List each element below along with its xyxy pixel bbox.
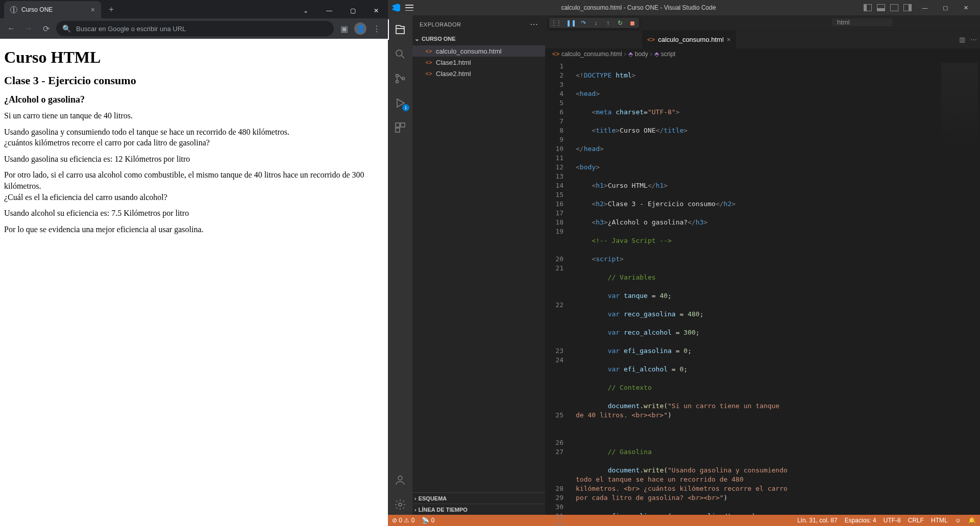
folder-header[interactable]: ⌄ CURSO ONE: [412, 33, 545, 44]
back-button[interactable]: ←: [4, 21, 18, 36]
profile-avatar[interactable]: 👤: [354, 22, 366, 35]
html-file-icon: <>: [647, 36, 655, 43]
toggle-secondary-icon[interactable]: [890, 4, 898, 11]
step-over-icon[interactable]: ↷: [580, 19, 587, 27]
file-item[interactable]: <>calculo_consumo.html: [412, 45, 545, 57]
new-tab-button[interactable]: ＋: [104, 4, 118, 15]
chevron-down-icon: ⌄: [414, 35, 420, 42]
vscode-titlebar: calculo_consumo.html - Curso ONE - Visua…: [388, 0, 980, 15]
search-icon: 🔍: [62, 24, 71, 33]
code-content[interactable]: <!DOCTYPE html> <head> <meta charset="UT…: [571, 60, 939, 515]
tab-title: Curso ONE: [21, 6, 87, 13]
page-p6: Por lo que se evidencia una mejor eficie…: [4, 224, 384, 235]
status-cursor[interactable]: Lín. 31, col. 87: [797, 517, 838, 524]
status-ports[interactable]: 📡 0: [422, 517, 434, 524]
code-editor[interactable]: 1234567891011121314151617181920212223242…: [545, 60, 980, 515]
status-errors[interactable]: ⊘ 0 ⚠ 0: [392, 517, 414, 524]
svg-point-7: [398, 476, 402, 480]
debug-controls: ⋮⋮ ❚❚ ↷ ↓ ↑ ↻ ◼: [549, 18, 639, 28]
step-out-icon[interactable]: ↑: [604, 19, 611, 27]
maximize-icon[interactable]: ▢: [341, 3, 364, 18]
pause-icon[interactable]: ❚❚: [568, 19, 575, 27]
customize-layout-icon[interactable]: [903, 4, 912, 11]
timeline-section[interactable]: ›LÍNEA DE TIEMPO: [412, 504, 545, 515]
editor-area: ⋮⋮ ❚❚ ↷ ↓ ↑ ↻ ◼ html <> calculo_consumo.…: [545, 15, 980, 515]
maximize-icon[interactable]: ▢: [935, 0, 955, 15]
debug-toolbar: ⋮⋮ ❚❚ ↷ ↓ ↑ ↻ ◼ html: [545, 15, 980, 31]
menu-icon[interactable]: ⋮: [370, 21, 384, 36]
minimap[interactable]: [939, 60, 980, 515]
tab-label: calculo_consumo.html: [658, 36, 724, 43]
status-encoding[interactable]: UTF-8: [884, 517, 901, 524]
svg-point-8: [399, 503, 402, 506]
browser-tab[interactable]: Curso ONE ×: [4, 1, 101, 18]
reload-button[interactable]: ⟳: [39, 21, 53, 36]
split-editor-icon[interactable]: ▥: [959, 36, 965, 43]
chrome-titlebar: Curso ONE × ＋ ⌄ — ▢ ✕: [0, 0, 388, 18]
page-p5: Usando alcohol su eficiencia es: 7.5 Kil…: [4, 208, 384, 219]
page-p2: Usando gasolina y consumiendo todo el ta…: [4, 127, 384, 148]
step-into-icon[interactable]: ↓: [592, 19, 599, 27]
page-h2: Clase 3 - Ejercicio consumo: [4, 74, 384, 87]
close-icon[interactable]: ✕: [955, 0, 976, 15]
page-p4: Por otro lado, si el carro usa alcohol c…: [4, 169, 384, 203]
search-icon[interactable]: [388, 44, 412, 64]
omnibox-placeholder: Buscar en Google o escribir una URL: [76, 25, 186, 33]
html-file-icon: <>: [425, 47, 433, 55]
close-tab-icon[interactable]: ×: [727, 36, 731, 43]
html-file-icon: <>: [552, 51, 559, 58]
editor-tab-active[interactable]: <> calculo_consumo.html ×: [642, 31, 736, 48]
svg-point-3: [402, 78, 405, 80]
account-icon[interactable]: [388, 470, 412, 490]
toggle-panel-icon[interactable]: [877, 4, 885, 11]
minimize-icon[interactable]: —: [915, 0, 935, 15]
minimize-icon[interactable]: —: [317, 3, 341, 18]
svg-point-0: [396, 50, 402, 56]
stop-icon[interactable]: ◼: [629, 19, 636, 27]
omnibox[interactable]: 🔍 Buscar en Google o escribir una URL: [56, 21, 334, 36]
status-eol[interactable]: CRLF: [908, 517, 924, 524]
explorer-icon[interactable]: [388, 19, 412, 40]
element-icon: ⬘: [654, 51, 659, 58]
chevron-right-icon: ›: [414, 507, 416, 513]
folder-name: CURSO ONE: [422, 36, 456, 42]
notifications-icon[interactable]: 🔔: [968, 517, 976, 524]
html-file-icon: <>: [425, 69, 433, 78]
outline-section[interactable]: ›ESQUEMA: [412, 492, 545, 504]
toggle-sidebar-icon[interactable]: [864, 4, 872, 11]
feedback-icon[interactable]: ☺: [955, 517, 961, 524]
install-icon[interactable]: ▣: [337, 21, 351, 36]
svg-rect-4: [396, 123, 400, 127]
forward-button[interactable]: →: [21, 21, 36, 36]
more-actions-icon[interactable]: ⋯: [530, 19, 538, 29]
activity-bar: 1: [388, 15, 412, 515]
window-title: calculo_consumo.html - Curso ONE - Visua…: [413, 4, 864, 11]
line-gutter: 1234567891011121314151617181920212223242…: [545, 60, 571, 515]
svg-rect-5: [401, 123, 405, 127]
svg-point-2: [396, 81, 399, 83]
settings-gear-icon[interactable]: [388, 494, 412, 515]
run-debug-icon[interactable]: 1: [388, 93, 412, 113]
restart-icon[interactable]: ↻: [617, 19, 624, 27]
file-item[interactable]: <>Clase1.html: [412, 57, 545, 68]
editor-tabs: <> calculo_consumo.html × ▥ ⋯: [545, 31, 980, 48]
breadcrumb[interactable]: <> calculo_consumo.html › ⬘ body › ⬘ scr…: [545, 48, 980, 60]
chevron-down-icon[interactable]: ⌄: [294, 3, 317, 18]
close-icon[interactable]: ✕: [364, 3, 388, 18]
status-bar: ⊘ 0 ⚠ 0 📡 0 Lín. 31, col. 87 Espacios: 4…: [388, 515, 980, 526]
vscode-window-controls: — ▢ ✕: [915, 0, 976, 15]
source-control-icon[interactable]: [388, 68, 412, 89]
status-language[interactable]: HTML: [931, 517, 948, 524]
layout-controls: [864, 4, 912, 11]
more-icon[interactable]: ⋯: [970, 36, 977, 43]
hamburger-menu-icon[interactable]: [405, 5, 413, 11]
editor-tab-hidden[interactable]: html: [832, 18, 893, 26]
vscode-body: 1 EXPLORADOR ⋯ ⌄ CURSO ONE <>calculo_con…: [388, 15, 980, 515]
status-spaces[interactable]: Espacios: 4: [845, 517, 876, 524]
page-p3: Usando gasolina su eficiencia es: 12 Kil…: [4, 154, 384, 165]
drag-handle-icon[interactable]: ⋮⋮: [552, 19, 559, 27]
close-tab-icon[interactable]: ×: [91, 6, 95, 14]
file-item[interactable]: <>Clase2.html: [412, 68, 545, 79]
vscode-window: calculo_consumo.html - Curso ONE - Visua…: [388, 0, 980, 526]
extensions-icon[interactable]: [388, 117, 412, 138]
